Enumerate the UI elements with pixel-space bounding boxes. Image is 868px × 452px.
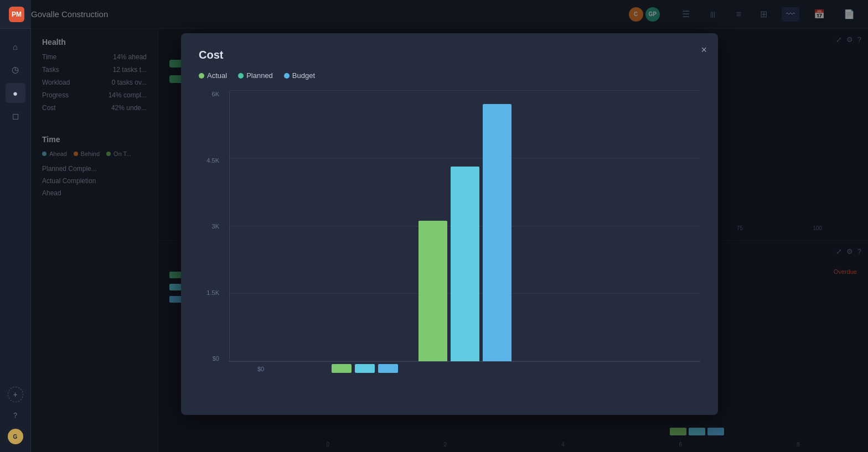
modal-legend-actual: Actual [199, 71, 227, 80]
x-dollar-axis: $0 [230, 366, 700, 372]
modal-legend-budget: Budget [284, 71, 315, 80]
sidebar-bottom: + ? G [6, 387, 25, 444]
y-label-3k: 3K [212, 223, 219, 230]
help-icon[interactable]: ? [6, 406, 25, 425]
planned-dot [238, 73, 244, 79]
chart-plot: $0 [229, 91, 700, 362]
dollar-label: $0 [257, 366, 264, 372]
sidebar: ⌂ ◷ ● ◻ + ? G [0, 29, 31, 452]
cost-modal: Cost × Actual Planned Budget 6K 4.5K 3 [181, 33, 718, 415]
y-label-6k: 6K [212, 91, 219, 97]
mini-bar-modal-teal [355, 364, 375, 373]
modal-legend: Actual Planned Budget [199, 71, 700, 80]
y-label-0: $0 [213, 355, 219, 362]
app-logo: PM [9, 7, 24, 22]
sidebar-item-history[interactable]: ◷ [6, 60, 25, 80]
sidebar-item-briefcase[interactable]: ◻ [6, 106, 25, 126]
bar-budget [483, 104, 512, 361]
bar-actual [418, 221, 447, 361]
modal-legend-planned: Planned [238, 71, 273, 80]
bars-container [230, 91, 700, 361]
sidebar-item-home[interactable]: ⌂ [6, 37, 25, 56]
mini-bar-modal-green [332, 364, 352, 373]
budget-label: Budget [292, 71, 315, 80]
modal-close-button[interactable]: × [701, 44, 707, 56]
y-label-45k: 4.5K [206, 157, 219, 164]
sidebar-item-people[interactable]: ● [6, 83, 25, 103]
budget-dot [284, 73, 290, 79]
modal-overlay[interactable]: Cost × Actual Planned Budget 6K 4.5K 3 [31, 0, 868, 452]
modal-title: Cost [199, 49, 700, 61]
actual-dot [199, 73, 204, 79]
y-label-15k: 1.5K [206, 289, 219, 296]
add-project-button[interactable]: + [8, 387, 23, 402]
actual-label: Actual [207, 71, 227, 80]
modal-chart: 6K 4.5K 3K 1.5K $0 [199, 91, 700, 378]
planned-label: Planned [246, 71, 273, 80]
y-axis-labels: 6K 4.5K 3K 1.5K $0 [199, 91, 224, 362]
user-avatar[interactable]: G [8, 429, 23, 444]
mini-bar-modal-blue [378, 364, 398, 373]
modal-bottom-mini-bars [332, 364, 398, 373]
bar-planned [451, 167, 479, 361]
